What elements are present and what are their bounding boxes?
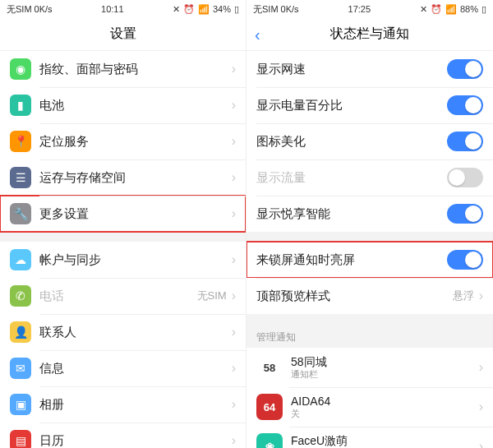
toggle-row[interactable]: 显示流量 xyxy=(246,159,493,196)
clock: 10:11 xyxy=(101,4,124,14)
chevron-right-icon: › xyxy=(232,289,236,303)
page-title: 设置 xyxy=(110,25,136,43)
chevron-right-icon: › xyxy=(232,433,236,448)
battery-percent: 88% xyxy=(460,4,478,14)
settings-row[interactable]: ◉指纹、面部与密码› xyxy=(0,51,246,87)
app-row[interactable]: 5858同城通知栏› xyxy=(246,348,493,387)
chevron-right-icon: › xyxy=(232,98,236,113)
back-button[interactable]: ‹ xyxy=(255,26,260,43)
chevron-right-icon: › xyxy=(232,252,236,267)
notification-list[interactable]: 显示网速显示电量百分比图标美化显示流量显示悦享智能来锁屏通知时亮屏顶部预览样式悬… xyxy=(246,51,493,448)
navbar: 设置 xyxy=(0,18,246,51)
settings-row[interactable]: ✆电话无SIM› xyxy=(0,278,246,314)
toggle-switch[interactable] xyxy=(447,95,483,115)
alarm-icon: ⏰ xyxy=(431,4,442,15)
row-label: 显示流量 xyxy=(256,170,447,186)
app-name: FaceU激萌 xyxy=(291,434,479,448)
row-label: 定位服务 xyxy=(39,134,232,150)
row-label: 联系人 xyxy=(39,325,232,340)
chevron-right-icon: › xyxy=(232,325,236,339)
battery-percent: 34% xyxy=(213,4,231,14)
chevron-right-icon: › xyxy=(232,397,236,412)
wifi-icon: 📶 xyxy=(198,4,210,15)
chevron-right-icon: › xyxy=(232,62,236,76)
toggle-row[interactable]: 顶部预览样式悬浮› xyxy=(246,278,493,314)
row-label: 帐户与同步 xyxy=(39,252,232,268)
app-icon: ❀ xyxy=(256,433,283,448)
toggle-switch[interactable] xyxy=(447,250,483,270)
toggle-row[interactable]: 显示网速 xyxy=(246,51,493,87)
wifi-icon: 📶 xyxy=(445,4,457,15)
toggle-switch[interactable] xyxy=(447,132,483,151)
settings-row[interactable]: 📍定位服务› xyxy=(0,123,246,159)
toggle-row[interactable]: 显示电量百分比 xyxy=(246,87,493,123)
app-row[interactable]: 64AIDA64关› xyxy=(246,387,493,427)
toggle-row[interactable]: 显示悦享智能 xyxy=(246,196,493,232)
settings-list[interactable]: ◉指纹、面部与密码›▮电池›📍定位服务›☰运存与存储空间›🔧更多设置›☁帐户与同… xyxy=(0,51,246,448)
app-row[interactable]: ❀FaceU激萌通知栏› xyxy=(246,427,493,448)
toggle-switch[interactable] xyxy=(447,168,483,187)
row-label: 相册 xyxy=(39,397,232,413)
settings-row[interactable]: ✉信息› xyxy=(0,350,246,386)
battery-icon: ▯ xyxy=(481,4,486,15)
row-label: 指纹、面部与密码 xyxy=(39,62,232,77)
chevron-right-icon: › xyxy=(232,134,236,149)
fingerprint-icon: ◉ xyxy=(10,58,31,80)
dnd-icon: ✕ xyxy=(420,4,427,15)
settings-row[interactable]: 🔧更多设置› xyxy=(0,196,246,232)
settings-row[interactable]: 👤联系人› xyxy=(0,314,246,350)
status-bar: 无SIM 0K/s 10:11 ✕ ⏰ 📶 34% ▯ xyxy=(0,0,246,18)
sim-status: 无SIM 0K/s xyxy=(7,3,53,16)
status-bar: 无SIM 0K/s 17:25 ✕ ⏰ 📶 88% ▯ xyxy=(246,0,493,18)
app-subtitle: 关 xyxy=(291,409,479,419)
row-value: 无SIM xyxy=(197,289,227,303)
navbar: ‹ 状态栏与通知 xyxy=(246,18,493,51)
toggle-switch[interactable] xyxy=(447,59,483,79)
chevron-right-icon: › xyxy=(232,170,236,185)
toggle-row[interactable]: 来锁屏通知时亮屏 xyxy=(246,242,493,278)
clock: 17:25 xyxy=(348,4,371,14)
storage-icon: ☰ xyxy=(10,167,31,188)
row-label: 图标美化 xyxy=(256,134,447,150)
toggle-row[interactable]: 图标美化 xyxy=(246,123,493,159)
settings-screen: 无SIM 0K/s 10:11 ✕ ⏰ 📶 34% ▯ 设置 ◉指纹、面部与密码… xyxy=(0,0,246,448)
settings-row[interactable]: ▤日历› xyxy=(0,423,246,448)
settings-row[interactable]: ☁帐户与同步› xyxy=(0,242,246,278)
section-header: 管理通知 xyxy=(246,324,493,348)
page-title: 状态栏与通知 xyxy=(330,25,409,43)
gallery-icon: ▣ xyxy=(10,394,31,415)
app-subtitle: 通知栏 xyxy=(291,369,479,380)
chevron-right-icon: › xyxy=(479,439,483,448)
row-label: 信息 xyxy=(39,361,232,376)
settings-row[interactable]: ▮电池› xyxy=(0,87,246,123)
chevron-right-icon: › xyxy=(479,360,483,375)
app-name: 58同城 xyxy=(291,355,479,369)
sim-status: 无SIM 0K/s xyxy=(253,3,299,16)
settings-row[interactable]: ☰运存与存储空间› xyxy=(0,159,246,196)
row-value: 悬浮 xyxy=(453,289,474,303)
row-label: 显示电量百分比 xyxy=(256,98,447,113)
row-label: 来锁屏通知时亮屏 xyxy=(256,252,447,268)
contacts-icon: 👤 xyxy=(10,321,31,343)
dnd-icon: ✕ xyxy=(173,4,180,15)
chevron-right-icon: › xyxy=(232,361,236,376)
calendar-icon: ▤ xyxy=(10,430,31,448)
phone-icon: ✆ xyxy=(10,285,31,307)
toggle-switch[interactable] xyxy=(447,204,483,224)
row-label: 显示悦享智能 xyxy=(256,206,447,222)
settings-row[interactable]: ▣相册› xyxy=(0,386,246,423)
chevron-right-icon: › xyxy=(232,206,236,221)
alarm-icon: ⏰ xyxy=(183,4,195,15)
app-icon: 64 xyxy=(256,394,283,420)
chevron-right-icon: › xyxy=(479,289,483,303)
app-icon: 58 xyxy=(256,354,283,381)
row-label: 更多设置 xyxy=(39,206,232,222)
message-icon: ✉ xyxy=(10,358,31,379)
chevron-right-icon: › xyxy=(479,400,483,414)
cloud-icon: ☁ xyxy=(10,249,31,270)
row-label: 顶部预览样式 xyxy=(256,289,453,304)
row-label: 电话 xyxy=(39,289,197,304)
row-label: 显示网速 xyxy=(256,62,447,77)
row-label: 电池 xyxy=(39,98,232,113)
wrench-icon: 🔧 xyxy=(10,203,31,224)
